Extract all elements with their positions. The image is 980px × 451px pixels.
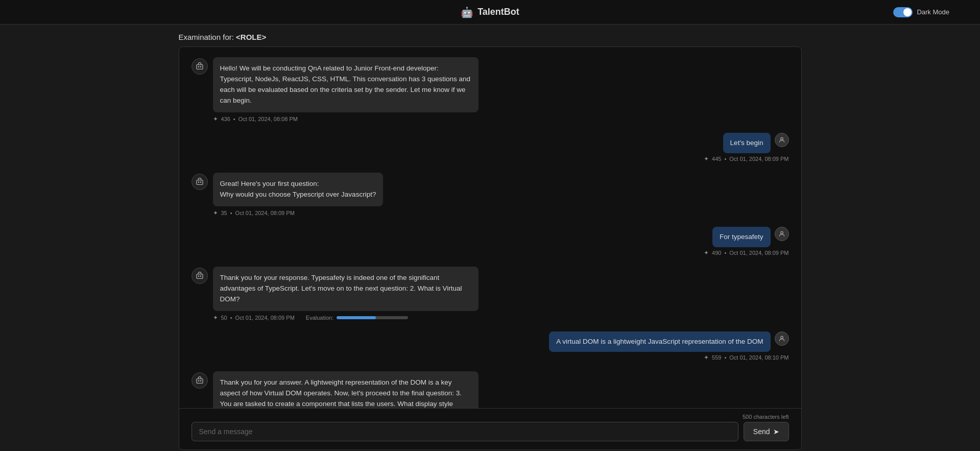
send-icon: ➤	[773, 428, 779, 436]
user-bubble-wrapper-2: For typesafety	[712, 227, 789, 247]
bot-bubble-1: Hello! We will be conducting QnA related…	[213, 57, 479, 123]
svg-point-9	[198, 276, 199, 276]
token-count-u1: 445	[712, 156, 721, 162]
meta-dot-u2: •	[724, 250, 726, 256]
svg-rect-8	[197, 274, 203, 279]
meta-dot-u1: •	[724, 156, 726, 162]
eval-bar-background	[337, 316, 408, 319]
token-icon-u3: ✦	[704, 354, 709, 361]
bot-meta-3: ✦ 50 • Oct 01, 2024, 08:09 PM Evaluation…	[213, 314, 479, 321]
user-message-row-1: Let's begin ✦ 445 • Oct 01, 2024, 08:09 …	[192, 133, 789, 162]
messages-area[interactable]: Hello! We will be conducting QnA related…	[179, 47, 801, 408]
bot-avatar-2	[192, 174, 208, 190]
svg-point-7	[780, 231, 783, 234]
meta-dot-1: •	[233, 116, 235, 122]
bot-meta-2: ✦ 35 • Oct 01, 2024, 08:09 PM	[213, 209, 384, 217]
app-header: 🤖 TalentBot Dark Mode	[0, 0, 980, 25]
app-title: TalentBot	[477, 7, 519, 17]
user-meta-1: ✦ 445 • Oct 01, 2024, 08:09 PM	[704, 155, 788, 162]
bot-bubble-text-3: Thank you for your response. Typesafety …	[213, 267, 479, 311]
meta-dot-2: •	[230, 210, 232, 216]
input-area: 500 characters left Send ➤	[179, 408, 801, 449]
user-bubble-text-2: For typesafety	[712, 227, 771, 247]
user-bubble-text-3: A virtual DOM is a lightweight JavaScrip…	[549, 331, 770, 352]
message-input[interactable]	[192, 422, 738, 441]
svg-point-11	[780, 336, 783, 339]
bot-meta-1: ✦ 436 • Oct 01, 2024, 08:08 PM	[213, 115, 479, 123]
svg-point-13	[198, 381, 199, 381]
svg-point-3	[780, 137, 783, 140]
timestamp-3: Oct 01, 2024, 08:09 PM	[235, 315, 295, 321]
svg-rect-0	[197, 65, 203, 69]
bot-avatar-3	[192, 268, 208, 284]
user-bubble-wrapper-3: A virtual DOM is a lightweight JavaScrip…	[549, 331, 788, 352]
token-icon-3: ✦	[213, 314, 218, 321]
chat-window: Hello! We will be conducting QnA related…	[179, 46, 802, 450]
svg-point-14	[200, 381, 201, 381]
token-icon-1: ✦	[213, 115, 218, 123]
svg-rect-12	[197, 379, 203, 384]
send-button[interactable]: Send ➤	[744, 422, 789, 441]
main-container: Examination for: <ROLE> Hello! We will b…	[169, 25, 812, 450]
bot-bubble-text-2: Great! Here's your first question:Why wo…	[213, 173, 384, 206]
svg-point-2	[200, 66, 201, 67]
bot-bubble-text-1: Hello! We will be conducting QnA related…	[213, 57, 479, 112]
token-count-3: 50	[221, 315, 227, 321]
user-avatar-1	[775, 133, 789, 147]
svg-point-6	[200, 182, 201, 182]
token-icon-u2: ✦	[704, 249, 709, 256]
bot-bubble-3: Thank you for your response. Typesafety …	[213, 267, 479, 321]
bot-avatar-4	[192, 372, 208, 389]
token-count-1: 436	[221, 116, 230, 122]
user-message-row-3: A virtual DOM is a lightweight JavaScrip…	[192, 331, 789, 361]
meta-dot-3: •	[230, 315, 232, 321]
user-meta-2: ✦ 490 • Oct 01, 2024, 08:09 PM	[704, 249, 788, 256]
user-avatar-2	[775, 227, 789, 241]
send-label: Send	[753, 428, 770, 436]
token-count-u3: 559	[712, 354, 721, 361]
timestamp-u1: Oct 01, 2024, 08:09 PM	[729, 156, 788, 162]
timestamp-u3: Oct 01, 2024, 08:10 PM	[729, 354, 788, 361]
svg-point-1	[198, 66, 199, 67]
svg-point-5	[198, 182, 199, 182]
token-count-u2: 490	[712, 250, 721, 256]
bot-message-row-2: Great! Here's your first question:Why wo…	[192, 173, 789, 217]
token-icon-u1: ✦	[704, 155, 709, 162]
user-bubble-wrapper-1: Let's begin	[723, 133, 789, 153]
timestamp-2: Oct 01, 2024, 08:09 PM	[235, 210, 295, 216]
dark-mode-switch[interactable]	[893, 7, 913, 17]
token-icon-2: ✦	[213, 209, 218, 217]
bot-bubble-2: Great! Here's your first question:Why wo…	[213, 173, 384, 217]
input-row: Send ➤	[192, 422, 789, 441]
bot-message-row-4: Thank you for your answer. A lightweight…	[192, 371, 789, 408]
eval-label: Evaluation:	[306, 315, 333, 321]
bot-avatar	[192, 58, 208, 75]
bot-message-row: Hello! We will be conducting QnA related…	[192, 57, 789, 123]
bot-bubble-text-4: Thank you for your answer. A lightweight…	[213, 371, 479, 408]
timestamp-u2: Oct 01, 2024, 08:09 PM	[729, 250, 788, 256]
exam-role: <ROLE>	[236, 33, 266, 41]
bot-message-row-3: Thank you for your response. Typesafety …	[192, 267, 789, 321]
svg-point-10	[200, 276, 201, 276]
bot-bubble-4: Thank you for your answer. A lightweight…	[213, 371, 479, 408]
chars-left-label: 500 characters left	[192, 414, 789, 420]
token-count-2: 35	[221, 210, 227, 216]
meta-dot-u3: •	[724, 354, 726, 361]
header-logo: 🤖 TalentBot	[461, 6, 519, 18]
user-meta-3: ✦ 559 • Oct 01, 2024, 08:10 PM	[704, 354, 788, 361]
dark-mode-label: Dark Mode	[917, 8, 949, 16]
exam-label-text: Examination for:	[179, 33, 234, 41]
user-bubble-text-1: Let's begin	[723, 133, 771, 153]
user-message-row-2: For typesafety ✦ 490 • Oct 01, 2024, 08:…	[192, 227, 789, 256]
svg-rect-4	[197, 180, 203, 185]
user-avatar-3	[775, 331, 789, 346]
dark-mode-toggle-group[interactable]: Dark Mode	[893, 7, 949, 17]
eval-bar-fill	[337, 316, 376, 319]
talentbot-icon: 🤖	[461, 6, 473, 18]
timestamp-1: Oct 01, 2024, 08:08 PM	[238, 116, 298, 122]
exam-label: Examination for: <ROLE>	[179, 25, 802, 46]
